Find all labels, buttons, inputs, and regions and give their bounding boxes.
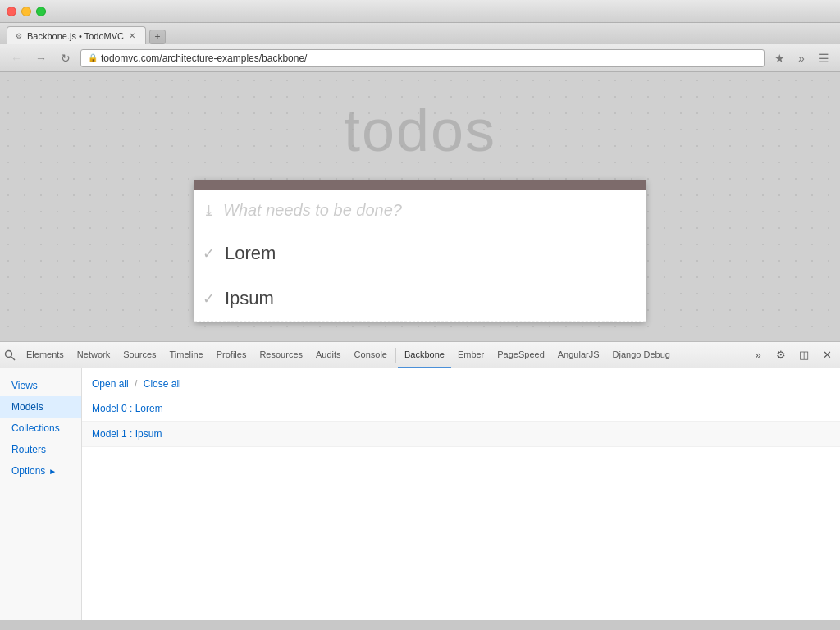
- todo-header-bar: [194, 180, 646, 190]
- new-tab-button[interactable]: +: [149, 30, 166, 44]
- devtools-tab-sources[interactable]: Sources: [116, 342, 162, 368]
- tab-backbone-label: Backbone: [404, 349, 445, 359]
- devtools-settings-button[interactable]: ⚙: [771, 345, 791, 365]
- todo-text-0: Lorem: [225, 243, 276, 264]
- model-0-label: Model 0 : Lorem: [92, 403, 163, 414]
- devtools-dock-button[interactable]: ◫: [794, 345, 814, 365]
- extensions-button[interactable]: »: [792, 49, 811, 67]
- devtools-tab-audits[interactable]: Audits: [309, 342, 348, 368]
- devtools-search-button[interactable]: [3, 349, 16, 362]
- devtools-tab-network[interactable]: Network: [71, 342, 116, 368]
- sidebar-item-routers[interactable]: Routers: [0, 439, 81, 460]
- tab-resources-label: Resources: [259, 349, 303, 359]
- svg-point-0: [6, 350, 12, 357]
- devtools-tab-resources[interactable]: Resources: [253, 342, 309, 368]
- tab-django-label: Django Debug: [613, 349, 670, 359]
- tab-profiles-label: Profiles: [217, 349, 247, 359]
- tab-separator: [395, 348, 396, 363]
- tab-timeline-label: Timeline: [170, 349, 203, 359]
- bookmark-button[interactable]: ★: [769, 49, 789, 67]
- options-chevron-icon: ►: [48, 467, 57, 476]
- maximize-window-button[interactable]: [36, 7, 46, 16]
- devtools-tab-pagespeed[interactable]: PageSpeed: [491, 342, 551, 368]
- content-actions: Open all / Close all: [82, 375, 840, 396]
- tab-favicon-icon: ⚙: [16, 32, 22, 40]
- content-separator: /: [135, 378, 137, 390]
- browser-chrome: ⚙ Backbone.js • TodoMVC ✕ + ← → ↻ 🔒 todo…: [0, 0, 840, 72]
- devtools-sidebar: Views Models Collections Routers Options…: [0, 368, 82, 620]
- svg-line-1: [11, 357, 15, 360]
- browser-tab-active[interactable]: ⚙ Backbone.js • TodoMVC ✕: [7, 26, 146, 44]
- todo-input-row: ⤓ What needs to be done?: [194, 190, 646, 231]
- devtools-tab-elements[interactable]: Elements: [20, 342, 71, 368]
- model-1-label: Model 1 : Ipsum: [92, 428, 162, 440]
- sidebar-models-label: Models: [11, 401, 43, 413]
- back-button[interactable]: ←: [7, 49, 26, 67]
- devtools-toolbar: Elements Network Sources Timeline Profil…: [0, 342, 840, 368]
- model-row-1[interactable]: Model 1 : Ipsum: [82, 422, 840, 447]
- reload-button[interactable]: ↻: [56, 49, 75, 67]
- sidebar-collections-label: Collections: [11, 422, 60, 434]
- tab-elements-label: Elements: [26, 349, 64, 359]
- devtools-tab-timeline[interactable]: Timeline: [163, 342, 210, 368]
- tab-angularjs-label: AngularJS: [558, 349, 600, 359]
- tab-pagespeed-label: PageSpeed: [497, 349, 545, 359]
- todo-input-placeholder[interactable]: What needs to be done?: [223, 201, 402, 220]
- address-bar[interactable]: 🔒 todomvc.com/architecture-examples/back…: [80, 49, 765, 67]
- close-all-link[interactable]: Close all: [144, 378, 181, 390]
- url-text: todomvc.com/architecture-examples/backbo…: [101, 52, 307, 64]
- traffic-lights: [7, 7, 46, 16]
- minimize-window-button[interactable]: [21, 7, 31, 16]
- page-content: todos ⤓ What needs to be done? ✓ Lorem ✓…: [0, 72, 840, 341]
- menu-button[interactable]: ☰: [814, 49, 833, 67]
- sidebar-item-options[interactable]: Options ►: [0, 460, 81, 482]
- tab-title: Backbone.js • TodoMVC: [27, 31, 124, 41]
- sidebar-routers-label: Routers: [11, 444, 46, 455]
- page-title: todos: [344, 97, 496, 164]
- devtools-close-button[interactable]: ✕: [817, 345, 837, 365]
- model-row-0[interactable]: Model 0 : Lorem: [82, 396, 840, 422]
- todo-text-1: Ipsum: [225, 288, 274, 309]
- tab-close-button[interactable]: ✕: [129, 31, 135, 40]
- devtools-tab-ember[interactable]: Ember: [451, 342, 491, 368]
- todo-check-icon-1[interactable]: ✓: [203, 290, 215, 308]
- tab-sources-label: Sources: [123, 349, 156, 359]
- todo-app: ⤓ What needs to be done? ✓ Lorem ✓ Ipsum: [194, 180, 646, 322]
- devtools-tab-console[interactable]: Console: [348, 342, 394, 368]
- devtools-content: Open all / Close all Model 0 : Lorem Mod…: [82, 368, 840, 620]
- forward-button[interactable]: →: [31, 49, 51, 67]
- devtools-tab-profiles[interactable]: Profiles: [210, 342, 253, 368]
- devtools-tab-django[interactable]: Django Debug: [606, 342, 677, 368]
- sidebar-item-models[interactable]: Models: [0, 396, 81, 418]
- sidebar-item-collections[interactable]: Collections: [0, 418, 81, 439]
- tab-audits-label: Audits: [316, 349, 341, 359]
- devtools-actions: » ⚙ ◫ ✕: [748, 345, 837, 365]
- sidebar-options-label: Options: [11, 465, 45, 477]
- devtools-panel: Elements Network Sources Timeline Profil…: [0, 341, 840, 620]
- devtools-expand-button[interactable]: »: [748, 345, 768, 365]
- tab-ember-label: Ember: [458, 349, 484, 359]
- title-bar: [0, 0, 840, 23]
- todo-item-1: ✓ Ipsum: [194, 276, 646, 322]
- toggle-all-icon[interactable]: ⤓: [203, 202, 215, 220]
- nav-actions: ★ » ☰: [769, 49, 833, 67]
- sidebar-views-label: Views: [11, 380, 38, 391]
- tab-bar: ⚙ Backbone.js • TodoMVC ✕ +: [0, 23, 840, 44]
- nav-bar: ← → ↻ 🔒 todomvc.com/architecture-example…: [0, 44, 840, 72]
- todo-check-icon-0[interactable]: ✓: [203, 244, 215, 262]
- tab-console-label: Console: [354, 349, 387, 359]
- devtools-main: Views Models Collections Routers Options…: [0, 368, 840, 620]
- lock-icon: 🔒: [88, 53, 98, 62]
- close-window-button[interactable]: [7, 7, 16, 16]
- todo-item-0: ✓ Lorem: [194, 231, 646, 276]
- open-all-link[interactable]: Open all: [92, 378, 129, 390]
- sidebar-item-views[interactable]: Views: [0, 375, 81, 396]
- devtools-tab-angularjs[interactable]: AngularJS: [551, 342, 606, 368]
- tab-network-label: Network: [77, 349, 110, 359]
- devtools-tab-backbone[interactable]: Backbone: [398, 342, 451, 368]
